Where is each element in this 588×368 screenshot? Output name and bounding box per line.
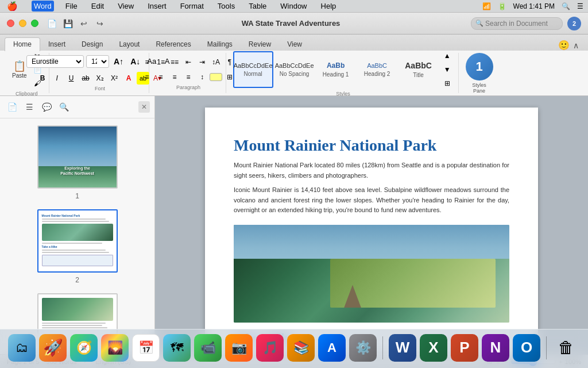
dock-launchpad[interactable]: 🚀	[39, 334, 67, 362]
apple-menu[interactable]: 🍎	[5, 0, 20, 13]
dock-maps[interactable]: 🗺	[163, 334, 191, 362]
dock-music[interactable]: 🎵	[256, 334, 284, 362]
font-family-select[interactable]: Eurostile	[26, 55, 84, 68]
tab-mailings[interactable]: Mailings	[199, 38, 241, 51]
style-no-spacing[interactable]: AaBbCcDdEe No Spacing	[274, 51, 315, 88]
styles-pane-group: 1 StylesPane	[461, 53, 498, 94]
panel-close-button[interactable]: ✕	[138, 101, 150, 113]
dock-system-preferences[interactable]: ⚙️	[349, 334, 377, 362]
bullets-button[interactable]: ≡	[141, 56, 153, 68]
style-heading2[interactable]: AaBbC Heading 2	[357, 51, 397, 88]
ribbon-group-paragraph: ≡ 1≡ ≡≡ ⇤ ⇥ ↕A ¶ ≡ ≡ ≡ ≡ ↕ ⊞ Parag	[152, 53, 226, 93]
style-title[interactable]: AaBbC Title	[399, 51, 439, 88]
tab-insert[interactable]: Insert	[40, 38, 74, 51]
styles-pane-label: StylesPane	[472, 82, 486, 94]
menu-file[interactable]: File	[63, 1, 80, 12]
dock-appstore[interactable]: A	[318, 334, 346, 362]
menu-edit[interactable]: Edit	[89, 1, 106, 12]
tab-review[interactable]: Review	[241, 38, 279, 51]
sort-button[interactable]: ↕A	[210, 56, 222, 68]
dock-onenote[interactable]: N	[482, 334, 509, 362]
style-normal[interactable]: AaBbCcDdEe Normal	[233, 51, 273, 88]
thumbnail-1[interactable]: Exploring thePacific Northwest 1	[37, 125, 118, 200]
menu-help[interactable]: Help	[319, 1, 339, 12]
dock-finder[interactable]: 🗂	[8, 334, 36, 362]
italic-button[interactable]: I	[51, 72, 63, 85]
underline-button[interactable]: U	[65, 72, 78, 85]
save-icon[interactable]: 💾	[61, 17, 74, 30]
thumbnail-page-1: Exploring thePacific Northwest	[37, 125, 118, 189]
search-input[interactable]	[471, 17, 563, 30]
tab-design[interactable]: Design	[74, 38, 111, 51]
superscript-button[interactable]: X²	[108, 72, 121, 85]
menu-format[interactable]: Format	[178, 1, 206, 12]
menu-insert[interactable]: Insert	[145, 1, 169, 12]
close-button[interactable]	[7, 20, 14, 27]
tab-layout[interactable]: Layout	[111, 38, 148, 51]
align-right-button[interactable]: ≡	[168, 71, 181, 83]
document-area[interactable]: Mount Rainier National Park Mount Rainie…	[155, 96, 588, 354]
document-icon[interactable]: 📄	[45, 17, 58, 30]
decrease-indent-button[interactable]: ⇤	[182, 56, 195, 68]
dock-safari[interactable]: 🧭	[70, 334, 98, 362]
ribbon-group-font: Eurostile 12 A↑ A↓ Aa A B I U ab X₂ X	[52, 53, 149, 93]
dock-powerpoint[interactable]: P	[451, 334, 478, 362]
dock-outlook[interactable]: O	[513, 334, 540, 362]
dock-trash[interactable]: 🗑	[552, 334, 580, 362]
menu-window[interactable]: Window	[278, 1, 309, 12]
increase-indent-button[interactable]: ⇥	[196, 56, 208, 68]
menu-tools[interactable]: Tools	[215, 1, 237, 12]
dock-photos[interactable]: 🌄	[101, 334, 129, 362]
collapse-ribbon-button[interactable]: ∧	[573, 41, 579, 50]
style-heading1[interactable]: AaBb Heading 1	[316, 51, 356, 88]
macos-dock: 🗂 🚀 🧭 🌄 📅 🗺 📹 📷 🎵 📚 A ⚙️ W X P N O 🗑	[0, 329, 588, 368]
menu-table[interactable]: Table	[246, 1, 269, 12]
undo-icon[interactable]: ↩	[78, 17, 90, 30]
align-left-button[interactable]: ≡	[141, 71, 153, 83]
shading-button[interactable]	[210, 73, 222, 81]
justify-button[interactable]: ≡	[182, 71, 195, 83]
menubar-right: 📶 🔋 Wed 1:41 PM 🔍 ☰	[482, 2, 583, 10]
thumb2-content: Mount Rainier National Park Take a Hike	[38, 210, 117, 271]
dock-books[interactable]: 📚	[287, 334, 315, 362]
dock-calendar[interactable]: 📅	[132, 334, 160, 362]
styles-scroll-up[interactable]: ▲	[441, 49, 454, 62]
minimize-button[interactable]	[19, 20, 26, 27]
dock-word[interactable]: W	[389, 334, 416, 362]
paste-icon: 📋	[13, 61, 26, 71]
panel-search-btn[interactable]: 🔍	[56, 99, 71, 114]
search-icon: 🔍	[475, 20, 483, 27]
align-center-button[interactable]: ≡	[154, 71, 167, 83]
subscript-button[interactable]: X₂	[94, 72, 106, 85]
dock-iphoto[interactable]: 📷	[225, 334, 253, 362]
dock-separator	[382, 336, 383, 359]
font-size-select[interactable]: 12	[86, 55, 109, 68]
styles-pane-button[interactable]: 1	[466, 53, 493, 80]
increase-font-button[interactable]: A↑	[111, 55, 126, 68]
multilevel-list-button[interactable]: ≡≡	[168, 56, 181, 68]
strikethrough-button[interactable]: ab	[79, 72, 92, 85]
dock-facetime[interactable]: 📹	[194, 334, 222, 362]
thumbnail-2[interactable]: Mount Rainier National Park Take a Hike …	[37, 209, 118, 284]
search-menu-icon[interactable]: 🔍	[562, 2, 570, 10]
maximize-button[interactable]	[31, 20, 38, 27]
emoji-picker-button[interactable]: 🙂	[558, 40, 570, 51]
dock-excel[interactable]: X	[420, 334, 447, 362]
panel-list-btn[interactable]: ☰	[22, 99, 37, 114]
title-bar-icons: 📄 💾 ↩ ↪	[45, 17, 106, 30]
styles-scroll-down[interactable]: ▼	[441, 63, 454, 76]
tab-view[interactable]: View	[279, 38, 310, 51]
bold-button[interactable]: B	[36, 72, 49, 85]
tab-references[interactable]: References	[148, 38, 199, 51]
panel-pages-btn[interactable]: 📄	[5, 99, 20, 114]
redo-icon[interactable]: ↪	[94, 17, 106, 30]
numbering-button[interactable]: 1≡	[154, 56, 167, 68]
text-color-button[interactable]: A	[122, 72, 135, 85]
notification-icon[interactable]: ☰	[577, 2, 583, 10]
menu-view[interactable]: View	[115, 1, 136, 12]
menu-word[interactable]: Word	[32, 1, 54, 12]
line-spacing-button[interactable]: ↕	[196, 71, 208, 83]
panel-comments-btn[interactable]: 💬	[39, 99, 54, 114]
styles-more[interactable]: ⊞	[441, 77, 454, 90]
user-avatar[interactable]: 2	[567, 17, 581, 30]
